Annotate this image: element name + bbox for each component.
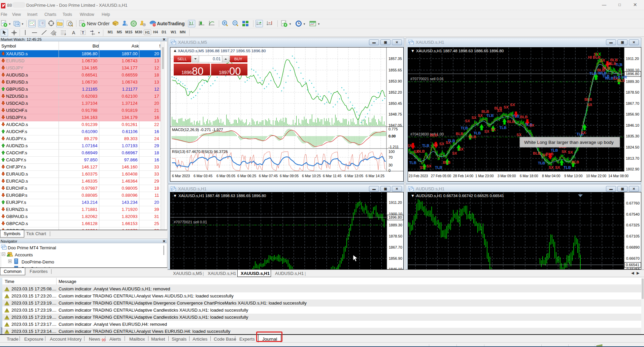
svg-text:1857.35: 1857.35 — [388, 57, 402, 61]
svg-text:SX: SX — [581, 131, 586, 135]
svg-text:#70770021 sell 0.01: #70770021 sell 0.01 — [410, 77, 444, 81]
svg-text:10 Mar 22:00: 10 Mar 22:00 — [586, 174, 606, 178]
svg-text:SX: SX — [427, 164, 432, 168]
svg-text:00: 00 — [229, 65, 241, 77]
svg-text:6 Mar 13:05: 6 Mar 13:05 — [344, 174, 363, 178]
svg-text:1835.30: 1835.30 — [626, 134, 639, 138]
svg-text:6 Mar 14:25: 6 Mar 14:25 — [366, 174, 384, 178]
svg-text:TLB: TLB — [551, 148, 558, 152]
svg-text:1856.90: 1856.90 — [626, 112, 639, 116]
svg-text:TLB: TLB — [435, 165, 442, 169]
svg-text:0.67105: 0.67105 — [626, 234, 640, 238]
svg-text:#70419830 sell 1.00: #70419830 sell 1.00 — [410, 132, 444, 136]
svg-text:1846.10: 1846.10 — [389, 267, 402, 269]
svg-text:TLB: TLB — [474, 131, 481, 135]
svg-text:TLB: TLB — [448, 139, 455, 143]
svg-text:SX: SX — [420, 165, 425, 169]
svg-text:100: 100 — [388, 150, 395, 154]
svg-text:SX: SX — [459, 147, 464, 151]
svg-text:RSI(13) 67.4670 RSI(3) 96.372: RSI(13) 67.4670 RSI(3) 96.3725 — [172, 150, 228, 154]
svg-text:SX: SX — [491, 128, 496, 132]
svg-text:AUDUSD.s,H1 0.66734 0.66742 0: AUDUSD.s,H1 0.66734 0.66742 0.66525 0.66… — [416, 193, 504, 198]
svg-text:XAUUSD.s,H1 1887.48 1898.63 1: XAUUSD.s,H1 1887.48 1898.63 1886.65 1896… — [178, 193, 266, 198]
svg-text:TLB: TLB — [589, 71, 597, 75]
svg-text:SX: SX — [555, 165, 560, 169]
svg-text:SX: SX — [562, 150, 567, 154]
svg-text:9 Mar 13:00: 9 Mar 13:00 — [564, 174, 583, 178]
svg-text:BLB: BLB — [481, 109, 489, 114]
svg-text:TLB: TLB — [461, 126, 468, 130]
svg-text:SX: SX — [471, 116, 476, 120]
svg-text:BLB: BLB — [520, 115, 528, 119]
svg-text:BLB: BLB — [546, 152, 553, 156]
svg-text:SX: SX — [484, 129, 489, 133]
svg-text:SX: SX — [504, 105, 509, 109]
svg-text:0.775: 0.775 — [388, 127, 398, 131]
svg-text:1853.90: 1853.90 — [388, 79, 402, 83]
svg-text:TLB: TLB — [422, 144, 429, 148]
svg-text:BLB: BLB — [417, 149, 425, 153]
svg-text:XAUUSD.s,H1 1887.48 1898.63 1: XAUUSD.s,H1 1887.48 1898.63 1886.65 1896… — [416, 49, 504, 53]
svg-text:SX: SX — [452, 151, 457, 155]
svg-text:1911.20: 1911.20 — [389, 200, 402, 204]
svg-text:0.66455: 0.66455 — [626, 267, 640, 269]
svg-text:80: 80 — [192, 65, 203, 77]
svg-text:0.00: 0.00 — [388, 134, 396, 138]
svg-text:6 Mar 11:45: 6 Mar 11:45 — [323, 174, 341, 178]
svg-text:0: 0 — [388, 168, 391, 172]
svg-text:BLB: BLB — [456, 132, 464, 136]
svg-text:6 Mar 10:25: 6 Mar 10:25 — [302, 174, 321, 178]
svg-text:1896.80: 1896.80 — [626, 72, 639, 76]
svg-text:70: 70 — [388, 155, 393, 159]
svg-text:SX: SX — [549, 165, 554, 169]
svg-text:27 Feb 05:00: 27 Feb 05:00 — [431, 174, 451, 178]
svg-text:0.67760: 0.67760 — [626, 201, 640, 205]
svg-text:1852.20: 1852.20 — [388, 90, 402, 94]
svg-text:1850.45: 1850.45 — [388, 101, 402, 105]
svg-text:BLB: BLB — [533, 151, 541, 155]
svg-text:SX: SX — [587, 103, 592, 107]
svg-text:HI BLB: HI BLB — [588, 55, 601, 59]
svg-text:TLB: TLB — [512, 114, 519, 118]
svg-text:SX: SX — [568, 150, 573, 154]
svg-text:SX: SX — [439, 142, 444, 146]
svg-text:BLB: BLB — [572, 160, 579, 164]
svg-text:28 Feb 14:00: 28 Feb 14:00 — [453, 174, 473, 178]
svg-text:BLB: BLB — [609, 62, 616, 66]
svg-text:1878.50: 1878.50 — [389, 234, 402, 238]
svg-text:6 Mar 03:45: 6 Mar 03:45 — [194, 174, 212, 178]
svg-text:0.01: 0.01 — [213, 57, 221, 61]
svg-text:SX: SX — [465, 119, 470, 123]
svg-text:1855.65: 1855.65 — [388, 68, 402, 72]
svg-text:1848.75: 1848.75 — [388, 112, 402, 116]
svg-text:BLB: BLB — [430, 133, 438, 137]
svg-text:1824.50: 1824.50 — [626, 145, 639, 149]
svg-text:BLB: BLB — [507, 120, 515, 124]
svg-text:SX: SX — [478, 114, 483, 118]
svg-text:BLB: BLB — [443, 160, 450, 164]
svg-text:1867.70: 1867.70 — [626, 101, 639, 105]
svg-text:TLB: TLB — [564, 165, 571, 169]
svg-text:▼: ▼ — [411, 49, 415, 53]
svg-text:1867.70: 1867.70 — [389, 245, 402, 249]
svg-text:XAUUSD.s,M5 1896.88 1897.27 1: XAUUSD.s,M5 1896.88 1897.27 1896.55 1896… — [178, 49, 266, 53]
svg-text:1911.20: 1911.20 — [626, 57, 639, 61]
svg-text:0.67540: 0.67540 — [626, 212, 640, 216]
svg-text:6 Mar 07:45: 6 Mar 07:45 — [259, 174, 278, 178]
svg-text:BUY: BUY — [234, 57, 242, 61]
svg-text:3 Mar 09:00: 3 Mar 09:00 — [498, 174, 516, 178]
svg-text:1897: 1897 — [219, 70, 229, 75]
svg-text:E: E — [55, 33, 56, 36]
svg-text:1889.30: 1889.30 — [389, 223, 402, 227]
svg-text:WLB: WLB — [605, 76, 613, 80]
svg-text:0.66670: 0.66670 — [626, 256, 640, 260]
svg-text:BLB: BLB — [602, 66, 610, 70]
svg-text:0.66890: 0.66890 — [626, 245, 640, 249]
svg-text:1878.50: 1878.50 — [626, 90, 639, 94]
svg-text:A: A — [72, 30, 75, 35]
svg-text:T: T — [82, 31, 84, 35]
svg-text:TLB: TLB — [486, 114, 494, 118]
svg-text:1889.30: 1889.30 — [626, 80, 639, 84]
svg-text:SX: SX — [600, 58, 605, 62]
svg-text:1802.90: 1802.90 — [626, 167, 639, 171]
